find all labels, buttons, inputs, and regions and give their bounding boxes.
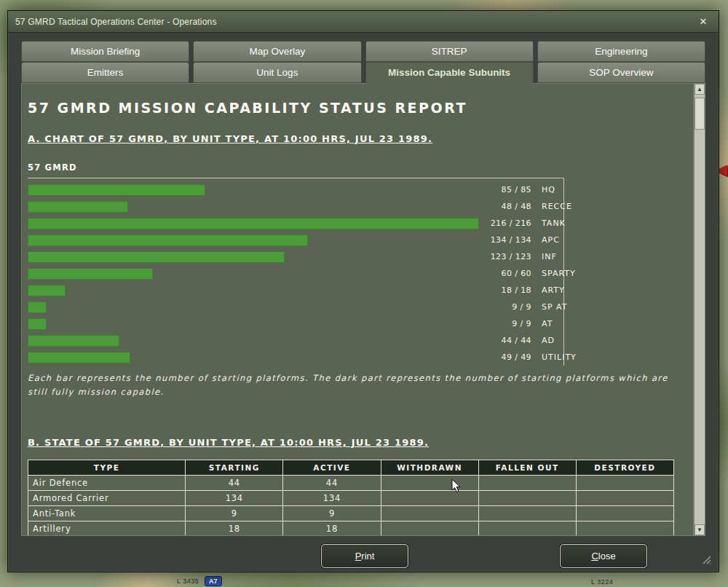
table-cell: 9 xyxy=(186,505,283,521)
road-badge-a7: A7 xyxy=(205,576,222,586)
tab-strip: Mission BriefingMap OverlaySITREPEnginee… xyxy=(8,33,719,83)
chart-bar-row: 9 / 9AT xyxy=(28,315,563,332)
table-row: Armored Carrier134134 xyxy=(28,490,674,505)
scrollbar-track[interactable] xyxy=(695,95,705,524)
chart-bar-category: UTILITY xyxy=(531,352,563,362)
chart-bar-value: 216 / 216 xyxy=(479,218,531,228)
chart-bar xyxy=(28,235,308,246)
table-header-cell: ACTIVE xyxy=(283,460,381,475)
tab-row-1: Mission BriefingMap OverlaySITREPEnginee… xyxy=(21,41,705,62)
chart-bar-category: APC xyxy=(531,235,563,245)
chart-bar xyxy=(28,352,130,363)
window-title: 57 GMRD Tactical Operations Center - Ope… xyxy=(15,17,695,27)
chart-bar xyxy=(28,251,285,263)
table-row: Air Defence4444 xyxy=(28,475,674,490)
table-cell: 18 xyxy=(186,521,283,536)
chart-bar-value: 85 / 85 xyxy=(479,185,531,194)
chart-bar-value: 18 / 18 xyxy=(479,285,531,295)
tab-sitrep[interactable]: SITREP xyxy=(365,41,534,62)
table-cell xyxy=(576,505,673,521)
chart-bar-row: 48 / 48RECCE xyxy=(28,198,563,215)
table-cell: Artillery xyxy=(28,521,186,536)
print-button[interactable]: Print xyxy=(321,544,408,568)
title-bar[interactable]: 57 GMRD Tactical Operations Center - Ope… xyxy=(8,11,719,33)
chart-bar-category: INF xyxy=(531,252,563,261)
table-cell xyxy=(381,475,478,490)
vertical-scrollbar[interactable]: ▲ ▼ xyxy=(694,83,705,536)
close-icon[interactable]: ✕ xyxy=(695,14,711,30)
chart-bar-category: TANK xyxy=(531,218,563,228)
chart-bar-value: 9 / 9 xyxy=(479,319,531,328)
table-cell xyxy=(381,521,478,536)
chart-title: 57 GMRD xyxy=(28,162,687,173)
table-header-cell: TYPE xyxy=(28,460,186,475)
table-cell xyxy=(576,521,673,536)
chart-bar-category: ARTY xyxy=(531,285,563,295)
mouse-cursor xyxy=(451,478,462,494)
capability-bar-chart: 85 / 85HQ48 / 48RECCE216 / 216TANK134 / … xyxy=(28,178,564,366)
report-panel: 57 GMRD MISSION CAPABILITY STATUS REPORT… xyxy=(21,83,694,536)
table-cell xyxy=(478,521,576,536)
report-title: 57 GMRD MISSION CAPABILITY STATUS REPORT xyxy=(28,100,687,116)
chart-bar-value: 60 / 60 xyxy=(479,269,531,278)
table-header-cell: STARTING xyxy=(186,460,283,475)
tab-emitters[interactable]: Emitters xyxy=(21,62,189,83)
chart-bar-category: HQ xyxy=(531,185,563,194)
table-cell: 134 xyxy=(283,490,381,505)
table-cell: Armored Carrier xyxy=(28,490,186,505)
chart-bar xyxy=(28,201,128,213)
chart-bar-row: 9 / 9SP AT xyxy=(28,299,563,315)
table-row: Anti-Tank99 xyxy=(28,505,674,521)
table-header-cell: FALLEN OUT xyxy=(478,460,576,475)
chart-bar-row: 18 / 18ARTY xyxy=(28,282,563,299)
chart-bar-value: 44 / 44 xyxy=(479,336,531,345)
map-road-label: L 3224 xyxy=(591,578,613,586)
map-road-label: L 3435 xyxy=(177,578,199,585)
tab-sop-overview[interactable]: SOP Overview xyxy=(537,62,705,83)
chart-bar-row: 134 / 134APC xyxy=(28,232,563,248)
tab-mission-briefing[interactable]: Mission Briefing xyxy=(21,41,189,62)
tab-engineering[interactable]: Engineering xyxy=(537,41,705,62)
chart-bar-value: 49 / 49 xyxy=(479,352,531,362)
table-cell xyxy=(478,490,576,505)
table-cell: 134 xyxy=(186,490,283,505)
chart-bar xyxy=(28,302,47,313)
chart-bar xyxy=(28,268,153,280)
table-header-cell: DESTROYED xyxy=(576,460,673,475)
section-a-heading: A. CHART OF 57 GMRD, BY UNIT TYPE, AT 10… xyxy=(28,133,687,144)
scroll-up-icon[interactable]: ▲ xyxy=(695,84,705,95)
chart-bar xyxy=(28,285,66,296)
chart-bar-category: AD xyxy=(531,336,563,345)
chart-bar-value: 134 / 134 xyxy=(479,235,531,245)
table-cell: 44 xyxy=(283,475,381,490)
chart-bar-row: 44 / 44AD xyxy=(28,332,563,349)
chart-bar xyxy=(28,335,119,347)
chart-bar-category: RECCE xyxy=(531,202,563,211)
close-button[interactable]: Close xyxy=(560,544,647,568)
chart-bar-row: 123 / 123INF xyxy=(28,248,563,265)
table-cell xyxy=(576,475,673,490)
unit-state-table: TYPESTARTINGACTIVEWITHDRAWNFALLEN OUTDES… xyxy=(28,460,674,536)
chart-bar xyxy=(28,218,479,229)
chart-bar-row: 49 / 49UTILITY xyxy=(28,349,563,366)
chart-bar-category: AT xyxy=(531,319,563,328)
table-header-cell: WITHDRAWN xyxy=(381,460,478,475)
operations-dialog: 57 GMRD Tactical Operations Center - Ope… xyxy=(7,10,719,572)
section-b-heading: B. STATE OF 57 GMRD, BY UNIT TYPE, AT 10… xyxy=(28,437,687,448)
scroll-down-icon[interactable]: ▼ xyxy=(695,524,705,535)
tab-map-overlay[interactable]: Map Overlay xyxy=(193,41,361,62)
tab-unit-logs[interactable]: Unit Logs xyxy=(193,62,361,83)
scrollbar-thumb[interactable] xyxy=(695,98,705,130)
chart-bar-value: 48 / 48 xyxy=(479,202,531,211)
chart-bar-row: 216 / 216TANK xyxy=(28,215,563,232)
tab-row-2: EmittersUnit LogsMission Capable Subunit… xyxy=(21,62,705,83)
table-row: Artillery1818 xyxy=(28,521,674,536)
table-cell: Air Defence xyxy=(28,475,186,490)
table-cell: 18 xyxy=(283,521,381,536)
tab-mission-capable-subunits[interactable]: Mission Capable Subunits xyxy=(365,62,534,83)
chart-bar-row: 85 / 85HQ xyxy=(28,181,563,198)
chart-bar-row: 60 / 60SPARTY xyxy=(28,265,563,282)
chart-bar-value: 123 / 123 xyxy=(479,252,531,261)
table-cell xyxy=(381,505,478,521)
resize-grip[interactable] xyxy=(700,553,711,564)
